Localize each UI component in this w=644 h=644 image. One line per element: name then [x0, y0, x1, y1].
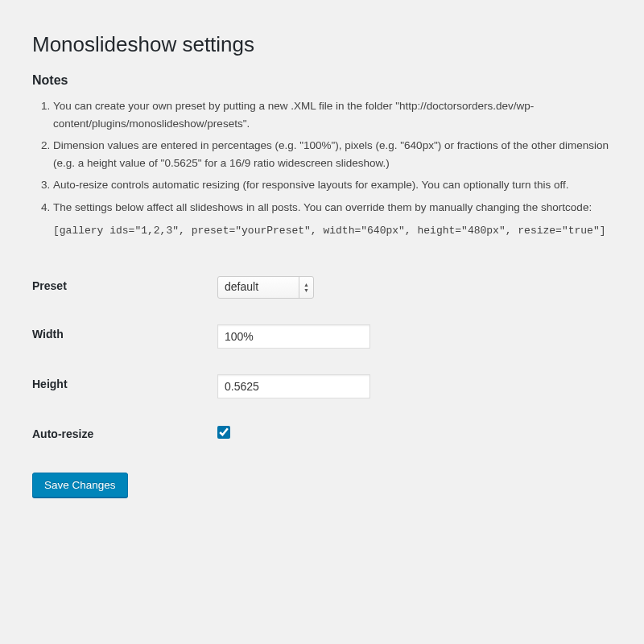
note-text: The settings below affect all slideshows…	[53, 201, 592, 213]
width-label: Width	[32, 312, 209, 361]
shortcode-example: [gallery ids="1,2,3", preset="yourPreset…	[53, 223, 612, 240]
settings-form: Preset default ▲▼ Width Height Auto-resi…	[32, 263, 612, 456]
note-item: The settings below affect all slideshows…	[53, 199, 612, 239]
chevron-updown-icon: ▲▼	[299, 277, 313, 298]
note-item: You can create your own preset by puttin…	[53, 97, 612, 132]
height-label: Height	[32, 361, 209, 411]
save-button[interactable]: Save Changes	[32, 473, 128, 497]
width-input[interactable]	[217, 324, 370, 349]
autoresize-label: Auto-resize	[32, 411, 209, 456]
note-item: Auto-resize controls automatic resizing …	[53, 176, 612, 194]
preset-select[interactable]: default ▲▼	[217, 276, 314, 299]
preset-label: Preset	[32, 263, 209, 312]
note-item: Dimension values are entered in percenta…	[53, 137, 612, 171]
notes-heading: Notes	[32, 73, 612, 88]
page-title: Monoslideshow settings	[32, 32, 612, 57]
notes-list: You can create your own preset by puttin…	[32, 97, 612, 239]
autoresize-checkbox[interactable]	[217, 426, 230, 439]
height-input[interactable]	[217, 374, 370, 398]
